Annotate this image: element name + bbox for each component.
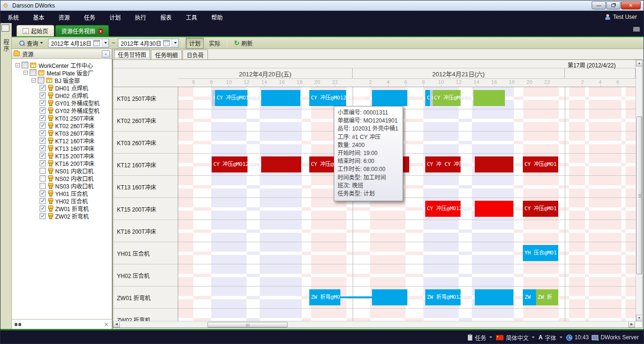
menu-item-系统[interactable]: 系统 <box>0 15 26 21</box>
view-tab-任务甘特图[interactable]: 任务甘特图 <box>114 49 150 59</box>
task-bar[interactable] <box>473 90 505 106</box>
collapse-node-icon[interactable]: − <box>32 78 36 82</box>
resource-checkbox[interactable] <box>40 175 46 181</box>
tree-item[interactable]: −BJ 钣金部 <box>12 76 112 84</box>
view-tab-任务明细[interactable]: 任务明细 <box>151 49 182 59</box>
menu-item-执行[interactable]: 执行 <box>128 15 153 21</box>
query-button[interactable]: 查询 <box>16 38 46 49</box>
status-task-menu[interactable]: 任务 <box>468 334 493 342</box>
resource-row-label[interactable]: KT01 250T冲床 <box>113 87 178 109</box>
task-bar[interactable]: C <box>212 90 215 106</box>
resource-row-label[interactable]: ZW02 折弯机 <box>113 309 178 322</box>
tree-item[interactable]: KT01 250T冲床 <box>12 114 112 122</box>
date-to-dropdown[interactable] <box>172 39 178 47</box>
task-bar[interactable]: CY 冲 CY 冲压@MO12041904 <box>425 156 461 172</box>
restore-button[interactable] <box>606 1 620 9</box>
task-bar[interactable]: CY 冲压@MO12041902 <box>433 90 461 106</box>
task-bar[interactable] <box>261 90 300 106</box>
task-bar[interactable]: ZW 折弯@MO12041901 <box>309 289 340 305</box>
task-bar[interactable] <box>261 156 301 172</box>
node-checkbox[interactable] <box>38 77 44 83</box>
scroll-down-icon[interactable]: ▼ <box>636 315 643 321</box>
task-bar[interactable]: YH 压合@MO1 <box>523 245 558 261</box>
collapse-panel-button[interactable]: ‹ <box>102 50 110 57</box>
resource-checkbox[interactable] <box>40 160 46 166</box>
menu-item-报表[interactable]: 报表 <box>153 15 179 21</box>
refresh-button[interactable]: ↻ 刷新 <box>231 38 256 49</box>
tree-item[interactable]: NS02 内收口机 <box>12 174 112 182</box>
resource-checkbox[interactable] <box>40 198 46 204</box>
resource-row-label[interactable]: ZW01 折弯机 <box>113 287 178 309</box>
tree-item[interactable]: GY02 外桶成型机 <box>12 106 112 114</box>
task-bar[interactable] <box>372 90 407 106</box>
resource-row-label[interactable]: KT16 200T冲床 <box>113 220 178 242</box>
status-font-menu[interactable]: A 字体 <box>538 334 563 342</box>
task-bar[interactable]: CY 冲压@MO12041903 <box>425 201 461 217</box>
menu-item-基本[interactable]: 基本 <box>26 15 51 21</box>
scroll-up-icon[interactable]: ▲ <box>636 60 643 66</box>
tree-item[interactable]: NS03 内收口机 <box>12 182 112 189</box>
collapse-node-icon[interactable]: − <box>16 63 20 67</box>
tree-item[interactable]: KT15 200T冲床 <box>12 152 112 159</box>
node-checkbox[interactable] <box>22 62 28 68</box>
tree-item[interactable]: DH01 点焊机 <box>12 84 112 91</box>
view-tab-日负荷[interactable]: 日负荷 <box>182 49 208 59</box>
scroll-right-icon[interactable]: ▶ <box>628 321 635 328</box>
tree-item[interactable]: KT13 160T冲床 <box>12 144 112 152</box>
resource-row-label[interactable]: YH02 压合机 <box>113 264 178 287</box>
task-bar[interactable]: CY 冲压@MO1 <box>523 201 558 217</box>
task-bar[interactable]: C <box>425 90 430 106</box>
tree-item[interactable]: GY01 外桶成型机 <box>12 99 112 106</box>
tab-resource-task-view[interactable]: 资源任务视图 x <box>55 25 109 36</box>
resource-row-label[interactable]: KT03 260T冲床 <box>113 131 178 154</box>
close-button[interactable]: ✕ <box>621 1 641 9</box>
task-bar[interactable]: CY 冲压@MO1 <box>523 156 558 172</box>
resource-checkbox[interactable] <box>40 213 46 219</box>
collapse-node-icon[interactable]: − <box>24 71 28 75</box>
resource-row-label[interactable]: YH01 压合机 <box>113 242 178 264</box>
task-bar[interactable]: ZW 折 <box>536 289 558 305</box>
node-checkbox[interactable] <box>30 69 36 76</box>
status-language-menu[interactable]: 简体中文 <box>496 334 536 342</box>
resource-checkbox[interactable] <box>40 100 46 106</box>
resource-row-label[interactable]: KT12 160T冲床 <box>113 154 178 176</box>
tree-item[interactable]: YH02 压合机 <box>12 197 112 205</box>
tree-item[interactable]: ZW01 折弯机 <box>12 205 112 212</box>
horizontal-scroll-thumb[interactable] <box>207 322 288 328</box>
tab-close-icon[interactable]: x <box>99 29 103 33</box>
menu-item-工具[interactable]: 工具 <box>179 15 204 21</box>
task-bar[interactable] <box>475 289 514 305</box>
program-side-strip[interactable]: 程序 <box>0 23 12 329</box>
resource-checkbox[interactable] <box>40 130 46 136</box>
resource-checkbox[interactable] <box>40 123 46 129</box>
tree-item[interactable]: KT12 160T冲床 <box>12 137 112 144</box>
window-list-icon[interactable] <box>633 27 640 32</box>
resource-checkbox[interactable] <box>40 85 46 91</box>
resource-row-label[interactable]: KT15 200T冲床 <box>113 198 178 220</box>
task-bar[interactable] <box>372 289 407 305</box>
tree-item[interactable]: YH01 压合机 <box>12 189 112 197</box>
scroll-left-icon[interactable]: ◀ <box>113 321 120 328</box>
clear-filter-icon[interactable]: ✕ <box>104 321 109 328</box>
resource-checkbox[interactable] <box>40 115 46 121</box>
date-from-field[interactable]: 2012年 4月18日 <box>48 39 109 48</box>
menu-item-计划[interactable]: 计划 <box>102 15 128 21</box>
vertical-scrollbar[interactable]: ▲ ▼ <box>636 60 642 322</box>
calendar-icon[interactable] <box>163 40 170 46</box>
tree-item[interactable]: ZW02 折弯机 <box>12 212 112 220</box>
tree-item[interactable]: KT03 260T冲床 <box>12 129 112 137</box>
tree-item[interactable]: −Metal Plate 钣金厂 <box>12 69 112 76</box>
tree-item[interactable]: −WorkCenter 工作中心 <box>12 61 112 69</box>
task-bar[interactable]: CY 冲压@MO12041901 <box>215 90 248 106</box>
resource-row-label[interactable]: KT02 260T冲床 <box>113 109 178 131</box>
date-from-dropdown[interactable] <box>102 39 108 47</box>
tree-item[interactable]: KT02 260T冲床 <box>12 122 112 129</box>
vertical-scroll-thumb[interactable] <box>636 116 642 274</box>
find-icon[interactable] <box>15 322 21 327</box>
minimize-button[interactable]: — <box>592 1 606 9</box>
actual-toggle-button[interactable]: 实际 <box>206 38 223 49</box>
resource-checkbox[interactable] <box>40 168 46 174</box>
menu-item-任务[interactable]: 任务 <box>77 15 102 21</box>
task-bar[interactable] <box>475 201 514 217</box>
task-bar[interactable] <box>340 296 372 298</box>
